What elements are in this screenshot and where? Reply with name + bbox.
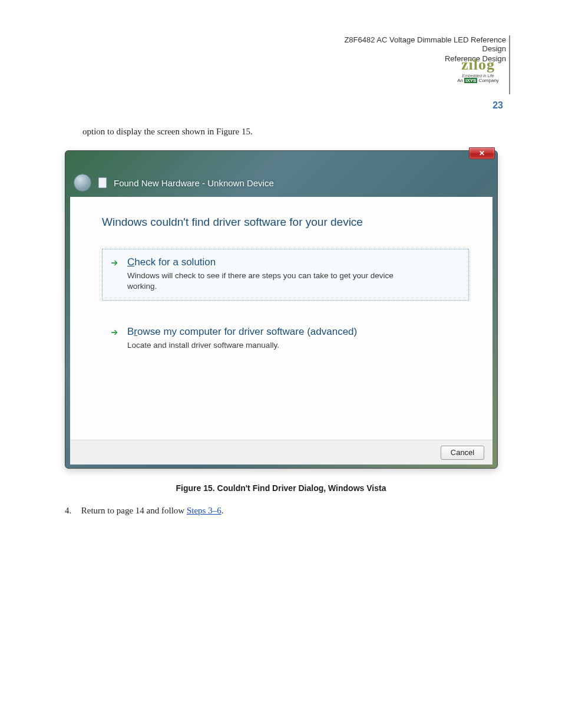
header-divider — [509, 35, 510, 94]
option-browse-driver[interactable]: Browse my computer for driver software (… — [102, 318, 469, 360]
option-check-solution[interactable]: Check for a solution Windows will check … — [102, 249, 469, 301]
arrow-icon — [111, 328, 119, 337]
arrow-icon — [111, 259, 119, 267]
option1-title: Check for a solution — [127, 256, 459, 268]
doc-title: Z8F6482 AC Voltage Dimmable LED Referenc… — [329, 35, 506, 53]
option2-desc: Locate and install driver software manua… — [127, 340, 422, 351]
step-4: 4. Return to page 14 and follow Steps 3–… — [65, 504, 223, 518]
dialog-titlebar: Found New Hardware - Unknown Device — [70, 171, 492, 195]
page-number: 23 — [492, 100, 503, 111]
logo-tagline: Embedded in Life — [453, 74, 503, 78]
zilog-logo: zilog Embedded in Life An IXYS Company — [453, 56, 503, 83]
figure-caption: Figure 15. Couldn't Find Driver Dialog, … — [0, 483, 562, 493]
dialog-title: Found New Hardware - Unknown Device — [114, 178, 274, 188]
close-icon: ✕ — [479, 149, 485, 157]
close-button[interactable]: ✕ — [469, 147, 495, 159]
found-new-hardware-dialog: ✕ Found New Hardware - Unknown Device Wi… — [65, 150, 498, 469]
step-text-pre: Return to page 14 and follow — [81, 506, 187, 515]
steps-link[interactable]: Steps 3–6 — [187, 506, 222, 515]
cancel-button[interactable]: Cancel — [441, 446, 484, 460]
step-text-post: . — [222, 506, 224, 515]
option2-title: Browse my computer for driver software (… — [127, 326, 459, 338]
intro-text: option to display the screen shown in Fi… — [82, 127, 253, 137]
back-button[interactable] — [74, 174, 91, 192]
hardware-icon — [98, 177, 107, 188]
logo-text: zilog — [453, 56, 503, 74]
step-number: 4. — [65, 504, 79, 518]
dialog-footer: Cancel — [70, 440, 492, 465]
dialog-heading: Windows couldn't find driver software fo… — [102, 216, 469, 229]
logo-company: An IXYS Company — [453, 78, 503, 83]
dialog-body: Windows couldn't find driver software fo… — [70, 197, 492, 440]
option1-desc: Windows will check to see if there are s… — [127, 271, 422, 292]
